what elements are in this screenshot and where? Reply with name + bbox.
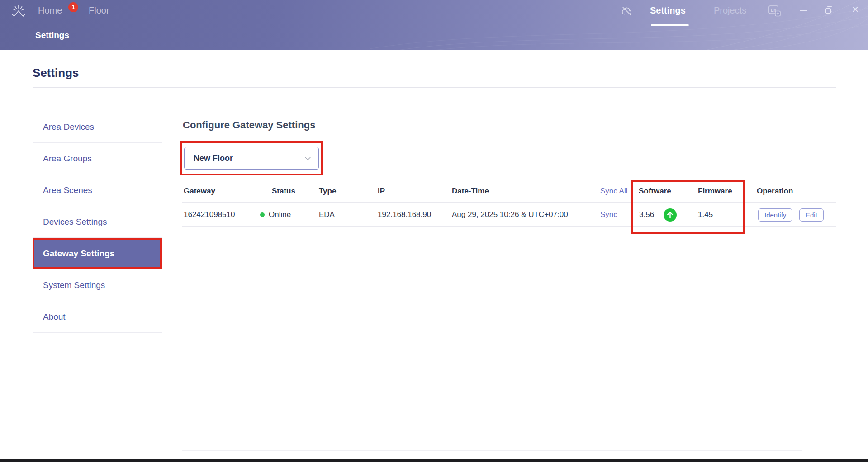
- cell-datetime: Aug 29, 2025 10:26 & UTC+07:00: [452, 210, 568, 219]
- sync-all-link[interactable]: Sync All: [600, 187, 627, 196]
- cell-firmware-version: 1.45: [698, 210, 713, 219]
- content-bottom-divider: [182, 450, 802, 451]
- edit-button[interactable]: Edit: [799, 208, 824, 222]
- floor-select-dropdown[interactable]: New Floor: [184, 147, 319, 170]
- online-status-dot-icon: [260, 212, 265, 217]
- cloud-offline-icon[interactable]: [621, 5, 633, 19]
- sidebar-item-devices-settings[interactable]: Devices Settings: [33, 206, 162, 238]
- nav-tab-projects[interactable]: Projects: [714, 5, 746, 16]
- home-notification-badge: 1: [68, 2, 78, 12]
- subnav-tab-settings[interactable]: Settings: [35, 30, 69, 40]
- cell-status: Online: [269, 210, 291, 219]
- sidebar-item-gateway-settings[interactable]: Gateway Settings: [33, 238, 162, 269]
- sidebar-item-area-devices[interactable]: Area Devices: [33, 111, 162, 143]
- minimize-button[interactable]: [799, 5, 809, 15]
- cell-gateway-id: 162421098510: [184, 210, 235, 219]
- col-header-datetime: Date-Time: [452, 187, 489, 196]
- section-heading: Configure Gateway Settings: [183, 119, 315, 131]
- window-bottom-edge: [0, 459, 868, 462]
- window-titlebar: Home 1 Floor Settings Projects En: [0, 0, 868, 50]
- chevron-down-icon: [304, 154, 312, 165]
- sidebar-item-area-scenes[interactable]: Area Scenes: [33, 174, 162, 206]
- col-header-gateway: Gateway: [184, 187, 215, 196]
- sidebar-item-about[interactable]: About: [33, 301, 162, 333]
- sidebar-item-area-groups[interactable]: Area Groups: [33, 143, 162, 174]
- col-header-status: Status: [272, 187, 295, 196]
- nav-tab-floor[interactable]: Floor: [89, 5, 109, 16]
- title-divider: [33, 87, 836, 88]
- table-header-divider: [182, 202, 836, 203]
- close-button[interactable]: ✕: [849, 4, 861, 15]
- app-logo-icon[interactable]: [11, 4, 26, 19]
- sync-link[interactable]: Sync: [600, 210, 617, 219]
- page-title: Settings: [33, 66, 79, 80]
- sidebar-right-border: [162, 111, 162, 459]
- floor-select-annotation-box: New Floor: [180, 141, 323, 175]
- sidebar-item-system-settings[interactable]: System Settings: [33, 269, 162, 301]
- col-header-firmware: Firmware: [698, 187, 732, 196]
- titlebar-main-row: Home 1 Floor Settings Projects En: [0, 0, 868, 25]
- nav-tab-home[interactable]: Home: [38, 5, 62, 16]
- cell-ip: 192.168.168.90: [378, 210, 431, 219]
- cell-software-version: 3.56: [639, 210, 654, 219]
- restore-window-button[interactable]: [824, 5, 834, 15]
- col-header-operation: Operation: [757, 187, 793, 196]
- app-window: Home 1 Floor Settings Projects En: [0, 0, 868, 462]
- nav-tab-settings-active[interactable]: Settings: [650, 5, 686, 16]
- identify-button[interactable]: Identify: [758, 208, 792, 222]
- floor-select-value: New Floor: [194, 147, 233, 169]
- cell-type: EDA: [319, 210, 335, 219]
- col-header-ip: IP: [378, 187, 385, 196]
- software-update-arrow-icon[interactable]: [664, 208, 677, 222]
- language-switch-icon[interactable]: En: [768, 5, 782, 19]
- active-tab-underline: [651, 24, 689, 26]
- col-header-software: Software: [639, 187, 671, 196]
- table-row-divider: [182, 226, 836, 227]
- col-header-type: Type: [319, 187, 336, 196]
- settings-sidebar: Area Devices Area Groups Area Scenes Dev…: [33, 111, 162, 333]
